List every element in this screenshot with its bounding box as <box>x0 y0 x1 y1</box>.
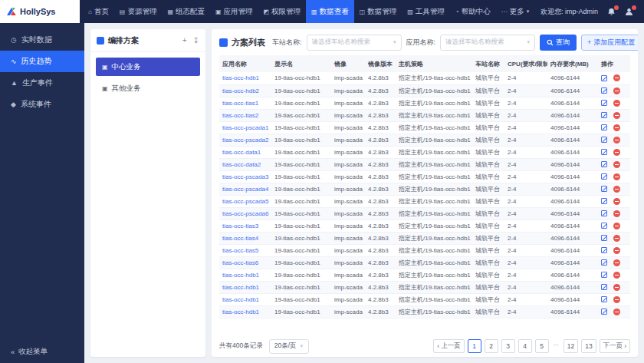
app-name-link[interactable]: tias-occ-hdb1 <box>219 72 271 84</box>
user-avatar[interactable] <box>625 8 633 16</box>
edit-icon[interactable] <box>601 235 607 241</box>
nav-item-6[interactable]: ◫数据管理 <box>354 0 402 23</box>
delete-icon[interactable] <box>613 259 620 266</box>
delete-icon[interactable] <box>613 87 620 94</box>
page-button-13[interactable]: 13 <box>581 339 596 353</box>
app-select[interactable]: 请选择车站名称搜索 ▾ <box>440 35 535 51</box>
app-name-link[interactable]: tias-occ-tias6 <box>219 256 271 269</box>
add-plan-button[interactable]: + <box>182 36 187 45</box>
app-name-link[interactable]: tias-occ-pscada5 <box>219 195 271 207</box>
delete-icon[interactable] <box>613 173 620 180</box>
nav-item-4[interactable]: ◩权限管理 <box>258 0 307 23</box>
sidebar-item-3[interactable]: ◆系统事件 <box>0 94 84 115</box>
edit-icon[interactable] <box>601 149 607 155</box>
delete-icon[interactable] <box>613 284 620 291</box>
plan-panel: 编排方案 + ↧ ▣中心业务▣其他业务 <box>90 29 205 357</box>
edit-icon[interactable] <box>601 223 607 229</box>
page-size-select[interactable]: 20条/页 ▾ <box>269 339 309 354</box>
page-button-2[interactable]: 2 <box>485 339 498 353</box>
delete-icon[interactable] <box>613 161 620 168</box>
app-name-link[interactable]: tias-occ-pscada1 <box>219 121 271 134</box>
page-button-12[interactable]: 12 <box>564 339 578 353</box>
sidebar-item-2[interactable]: ▲生产事件 <box>0 72 84 94</box>
delete-icon[interactable] <box>613 210 620 217</box>
edit-icon[interactable] <box>601 75 607 81</box>
column-header-4: 主机策略 <box>396 55 472 72</box>
memory-cell: 4096-6144 <box>547 170 598 183</box>
app-name-link[interactable]: tias-occ-hdb1 <box>219 305 271 318</box>
delete-icon[interactable] <box>613 186 620 193</box>
page-button-3[interactable]: 3 <box>501 339 515 353</box>
delete-icon[interactable] <box>613 74 620 81</box>
edit-icon[interactable] <box>601 198 607 204</box>
plan-item-1[interactable]: ▣其他业务 <box>96 79 200 97</box>
search-button[interactable]: 查询 <box>540 35 577 51</box>
app-name-link[interactable]: tias-occ-pscada6 <box>219 207 271 219</box>
delete-icon[interactable] <box>613 223 620 229</box>
prev-page-button[interactable]: ‹ 上一页 <box>433 339 464 353</box>
app-name-link[interactable]: tias-occ-data1 <box>219 146 271 158</box>
notification-bell[interactable] <box>607 8 616 16</box>
nav-item-7[interactable]: ▨工具管理 <box>402 0 450 23</box>
nav-item-2[interactable]: ▦组态配置 <box>162 0 210 23</box>
app-name-link[interactable]: tias-occ-tias3 <box>219 219 271 232</box>
sidebar-item-1[interactable]: ∿历史趋势 <box>0 51 84 72</box>
app-name-link[interactable]: tias-occ-data2 <box>219 158 271 170</box>
add-app-config-button[interactable]: + 添加应用配置 <box>581 35 638 51</box>
delete-icon[interactable] <box>613 296 620 303</box>
app-name-link[interactable]: tias-occ-hdb1 <box>219 281 271 293</box>
nav-item-8[interactable]: ◔帮助中心 <box>450 0 496 23</box>
app-name-link[interactable]: tias-occ-tias1 <box>219 97 271 109</box>
sidebar-item-0[interactable]: ◷实时数据 <box>0 29 84 51</box>
collapse-menu-button[interactable]: « 收起菜单 <box>11 347 48 357</box>
delete-icon[interactable] <box>613 235 620 242</box>
app-name-link[interactable]: tias-occ-pscada2 <box>219 134 271 146</box>
app-name-link[interactable]: tias-occ-hdb2 <box>219 84 271 97</box>
station-select[interactable]: 请选择车站名称搜索 ▾ <box>307 35 402 51</box>
delete-icon[interactable] <box>613 272 620 279</box>
nav-item-9[interactable]: ⋯更多▾ <box>496 0 535 23</box>
app-name-link[interactable]: tias-occ-tias4 <box>219 232 271 244</box>
edit-icon[interactable] <box>601 309 607 315</box>
edit-icon[interactable] <box>601 259 607 266</box>
image-version-cell: 4.2.8b3 <box>365 183 396 195</box>
edit-icon[interactable] <box>601 210 607 216</box>
app-name-link[interactable]: tias-occ-tias2 <box>219 109 271 121</box>
page-button-1[interactable]: 1 <box>468 339 481 353</box>
app-name-link[interactable]: tias-occ-pscada4 <box>219 183 271 195</box>
edit-icon[interactable] <box>601 112 607 118</box>
delete-icon[interactable] <box>613 124 620 131</box>
nav-item-0[interactable]: ⌂首页 <box>83 0 114 23</box>
delete-icon[interactable] <box>613 247 620 254</box>
edit-icon[interactable] <box>601 161 607 167</box>
delete-icon[interactable] <box>613 100 620 107</box>
delete-icon[interactable] <box>613 112 620 119</box>
edit-icon[interactable] <box>601 186 607 192</box>
edit-icon[interactable] <box>601 100 607 106</box>
nav-item-5[interactable]: ▥数据查看 <box>306 0 354 23</box>
delete-icon[interactable] <box>613 149 620 156</box>
app-name-link[interactable]: tias-occ-pscada3 <box>219 170 271 183</box>
edit-icon[interactable] <box>601 137 607 143</box>
app-name-link[interactable]: tias-occ-hdb1 <box>219 293 271 305</box>
delete-icon[interactable] <box>613 198 620 205</box>
app-name-link[interactable]: tias-occ-tias5 <box>219 244 271 256</box>
edit-icon[interactable] <box>601 247 607 253</box>
edit-icon[interactable] <box>601 272 607 278</box>
edit-icon[interactable] <box>601 296 607 302</box>
page-button-5[interactable]: 5 <box>535 339 549 353</box>
edit-icon[interactable] <box>601 87 607 94</box>
next-page-button[interactable]: 下一页 › <box>600 339 630 353</box>
edit-icon[interactable] <box>601 124 607 130</box>
nav-item-1[interactable]: ▤资源管理 <box>114 0 163 23</box>
plan-item-0[interactable]: ▣中心业务 <box>96 58 200 76</box>
delete-icon[interactable] <box>613 309 620 315</box>
edit-icon[interactable] <box>601 284 607 290</box>
app-name-link[interactable]: tias-occ-hdb1 <box>219 269 271 281</box>
nav-item-3[interactable]: ▣应用管理 <box>210 0 258 23</box>
edit-icon[interactable] <box>601 173 607 180</box>
delete-icon[interactable] <box>613 137 620 144</box>
ops-cell <box>598 219 630 232</box>
import-plan-button[interactable]: ↧ <box>193 36 199 45</box>
page-button-4[interactable]: 4 <box>518 339 532 353</box>
